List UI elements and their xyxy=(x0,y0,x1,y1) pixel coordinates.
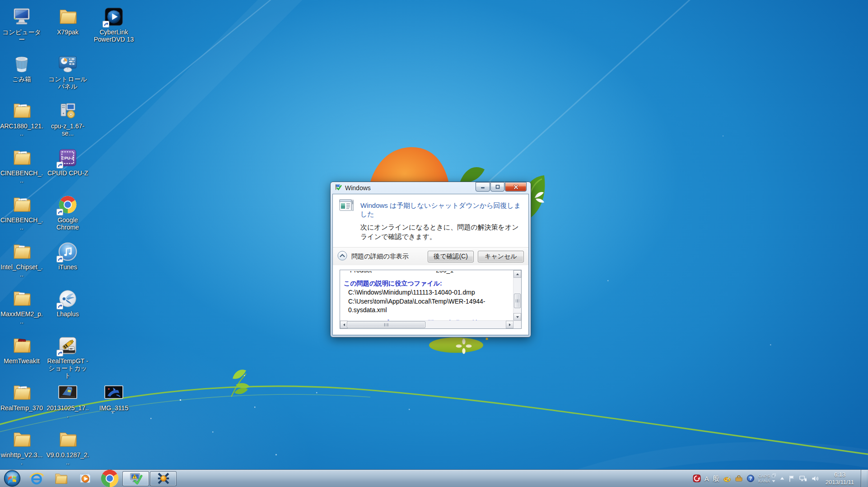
desktop-icon-computer[interactable]: コンピューター xyxy=(0,5,43,43)
desktop-icon-label: CINEBENCH_... xyxy=(0,169,43,184)
shortcut-arrow-icon xyxy=(56,209,63,215)
desktop-icon-label: 20131025_17... xyxy=(46,404,89,419)
ime-input-mode-button[interactable]: A xyxy=(705,475,709,482)
desktop-icon-winhttp[interactable]: winhttp_V2.3.... xyxy=(0,427,43,466)
ime-key-state[interactable]: CAPS KANA xyxy=(758,473,776,483)
scroll-up-button[interactable] xyxy=(513,270,521,278)
folder-door-icon xyxy=(0,239,43,262)
caps-label: CAPS xyxy=(758,474,770,478)
dialog-body-text: 次にオンラインになるときに、問題の解決策をオンラインで確認できます。 xyxy=(360,222,521,241)
desktop-icon-cpuid-cpuz[interactable]: CPU-ZCPUID CPU-Z xyxy=(46,145,89,177)
desktop-icon-itunes[interactable]: iTunes xyxy=(46,239,89,271)
desktop-icon-cpuz-setup[interactable]: cpu-z_1.67-se... xyxy=(46,98,89,137)
dialog-client-area: Windows は予期しないシャットダウンから回復しました 次にオンラインになる… xyxy=(332,194,529,335)
scroll-down-button[interactable] xyxy=(513,313,521,321)
photo-dark-icon xyxy=(92,380,135,403)
shortcut-arrow-icon xyxy=(56,350,63,356)
horizontal-scrollbar[interactable] xyxy=(340,320,513,328)
shortcut-arrow-icon xyxy=(103,21,109,28)
check-later-button[interactable]: 後で確認(C) xyxy=(428,251,474,262)
desktop-icon-cinebench-1[interactable]: CINEBENCH_... xyxy=(0,145,43,184)
desktop-icon-label: MemTweakIt xyxy=(0,357,43,365)
ime-help-icon[interactable]: ? xyxy=(747,474,755,482)
shortcut-arrow-icon xyxy=(56,303,63,309)
show-hidden-icons-button[interactable] xyxy=(779,476,785,481)
desktop-icon-label: ARC1880_121... xyxy=(0,122,43,137)
ime-pad-icon[interactable] xyxy=(723,474,731,482)
ime-toolbox-icon[interactable] xyxy=(735,474,743,482)
clock-date: 2013/11/11 xyxy=(826,478,854,486)
cancel-button[interactable]: キャンセル xyxy=(478,251,524,262)
network-icon[interactable] xyxy=(799,475,807,482)
taskbar-clock[interactable]: 6:13 2013/11/11 xyxy=(822,471,857,486)
desktop-icon-memtweakit[interactable]: MemTweakIt xyxy=(0,333,43,365)
maximize-button[interactable] xyxy=(490,182,504,192)
desktop-icon-control-panel[interactable]: コントロール パネル xyxy=(46,52,89,90)
hide-details-expander[interactable]: 問題の詳細の非表示 xyxy=(337,251,409,262)
clock-time: 6:13 xyxy=(826,471,854,478)
taskbar-pinned-explorer[interactable] xyxy=(49,470,73,487)
dialog-titlebar[interactable]: Windows xyxy=(331,182,531,194)
desktop-icon-v9-driver[interactable]: V9.0.0.1287_2... xyxy=(46,427,89,466)
desktop-icon-google-chrome[interactable]: Google Chrome xyxy=(46,192,89,231)
desktop-icon-label: IMG_3115 xyxy=(92,404,135,412)
action-center-flag-tray-icon[interactable] xyxy=(789,475,795,482)
chrome-icon xyxy=(46,192,89,215)
desktop-icon-label: Intel_Chipset_... xyxy=(0,263,43,278)
folder-door-icon xyxy=(0,286,43,309)
desktop-icon-realtempgt[interactable]: 46°RealTempGT - ショートカット xyxy=(46,333,89,379)
taskbar-pinned-chrome[interactable] xyxy=(98,470,122,487)
folder-red-icon xyxy=(0,333,43,356)
desktop-icon-label: コンピューター xyxy=(0,28,43,43)
start-button[interactable] xyxy=(0,470,24,487)
ime-options-arrow-icon[interactable] xyxy=(772,479,775,483)
desktop-icon-maxxmem2[interactable]: MaxxMEM2_p... xyxy=(0,286,43,325)
desktop-icon-realtemp-370[interactable]: RealTemp_370 xyxy=(0,380,43,412)
show-desktop-button[interactable] xyxy=(861,470,867,487)
dialog-title: Windows xyxy=(345,184,371,192)
desktop-icon-label: MaxxMEM2_p... xyxy=(0,310,43,325)
close-button[interactable] xyxy=(505,182,527,192)
cpuz-icon: CPU-Z xyxy=(46,145,89,168)
folder-docs-icon xyxy=(0,98,43,121)
taskbar-task-app-x[interactable] xyxy=(150,471,177,486)
dialog-footer: 問題の詳細の非表示 後で確認(C) キャンセル xyxy=(333,247,528,265)
folder-paper-icon xyxy=(0,427,43,450)
taskbar-pinned-ie[interactable] xyxy=(24,470,49,487)
minimize-button[interactable] xyxy=(476,182,490,192)
details-content: Product 256_1 この問題の説明に役立つファイル: C:\Window… xyxy=(340,270,513,321)
desktop-icon-label: RealTempGT - ショートカット xyxy=(46,357,89,379)
chevron-up-icon xyxy=(337,251,347,262)
desktop-icon-label: CPUID CPU-Z xyxy=(46,169,89,177)
tray-app-red-icon[interactable] xyxy=(693,474,701,482)
vertical-scroll-thumb[interactable] xyxy=(514,294,521,308)
action-center-flag-icon xyxy=(335,183,342,192)
ime-conversion-mode-button[interactable]: 般 xyxy=(713,474,719,483)
windows-error-dialog: Windows xyxy=(330,182,531,337)
desktop-icon-photo-20131025[interactable]: 20131025_17... xyxy=(46,380,89,419)
scrollbar-corner xyxy=(513,321,521,328)
controlpanel-icon xyxy=(46,52,89,74)
system-tray: A 般 ? xyxy=(693,470,868,487)
desktop-icon-x79pak[interactable]: X79pak xyxy=(46,5,89,36)
vertical-scrollbar[interactable] xyxy=(513,270,521,321)
horizontal-scroll-thumb[interactable] xyxy=(347,321,425,328)
desktop-icon-recycle-bin[interactable]: ごみ箱 xyxy=(0,52,43,83)
desktop-icon-label: iTunes xyxy=(46,263,89,271)
desktop-icon-label: Lhaplus xyxy=(46,310,89,318)
desktop-icon-img-3115[interactable]: IMG_3115 xyxy=(92,380,135,412)
desktop-icon-lhaplus[interactable]: Lhaplus xyxy=(46,286,89,318)
files-heading: この問題の説明に役立つファイル: xyxy=(344,280,509,288)
desktop-icon-label: winhttp_V2.3.... xyxy=(0,451,43,466)
expander-label: 問題の詳細の非表示 xyxy=(351,253,409,261)
speaker-icon[interactable] xyxy=(811,475,819,482)
ime-float-window-icon[interactable] xyxy=(772,473,776,478)
scroll-right-button[interactable] xyxy=(506,321,513,328)
taskbar-pinned-wmp[interactable] xyxy=(73,470,98,487)
desktop-icon-cinebench-2[interactable]: CINEBENCH_... xyxy=(0,192,43,231)
desktop-icon-powerdvd[interactable]: CyberLink PowerDVD 13 xyxy=(92,5,135,43)
desktop-icon-intel-chipset[interactable]: Intel_Chipset_... xyxy=(0,239,43,278)
desktop-icon-arc1880[interactable]: ARC1880_121... xyxy=(0,98,43,137)
taskbar-task-wer-dialog[interactable] xyxy=(122,471,149,486)
desktop-icon-label: Google Chrome xyxy=(46,216,89,231)
